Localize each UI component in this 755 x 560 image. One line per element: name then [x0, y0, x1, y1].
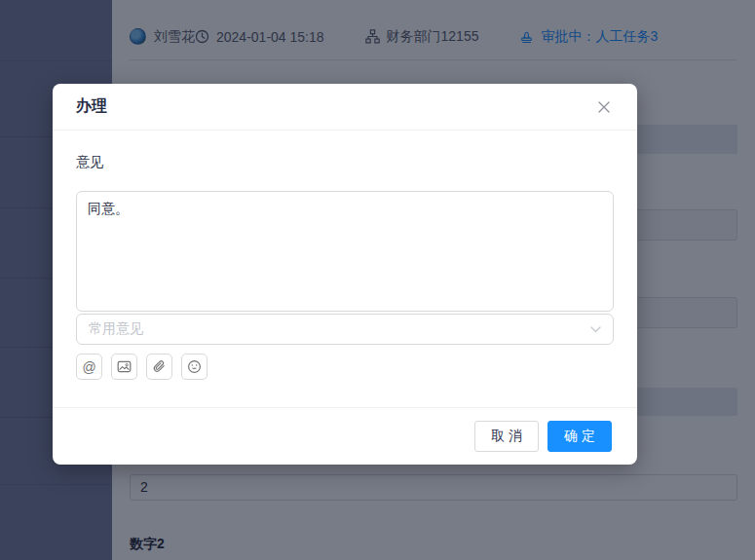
paperclip-icon: [152, 359, 167, 374]
mention-icon: @: [82, 360, 95, 374]
common-opinions-placeholder: 常用意见: [89, 320, 590, 338]
modal-title: 办理: [76, 96, 107, 117]
common-opinions-select[interactable]: 常用意见: [76, 314, 614, 345]
opinion-textarea[interactable]: 同意。: [76, 191, 614, 312]
opinion-toolbar: @: [76, 354, 614, 380]
confirm-button[interactable]: 确 定: [547, 421, 612, 452]
opinion-label: 意见: [76, 154, 614, 171]
mention-button[interactable]: @: [76, 354, 102, 380]
attachment-button[interactable]: [146, 354, 172, 380]
chevron-down-icon: [590, 326, 601, 333]
modal-header: 办理: [53, 84, 637, 131]
modal-footer: 取 消 确 定: [53, 407, 637, 465]
image-icon: [117, 359, 132, 374]
modal-body: 意见 同意。 常用意见 @: [53, 131, 637, 407]
image-button[interactable]: [111, 354, 137, 380]
close-icon[interactable]: [594, 97, 614, 117]
screen: 刘雪花 2024-01-04 15:18 财务部门1215: [0, 0, 755, 560]
cancel-button[interactable]: 取 消: [474, 421, 539, 452]
emoji-button[interactable]: [181, 354, 208, 380]
smiley-icon: [187, 359, 202, 374]
process-modal: 办理 意见 同意。 常用意见 @: [53, 84, 637, 465]
